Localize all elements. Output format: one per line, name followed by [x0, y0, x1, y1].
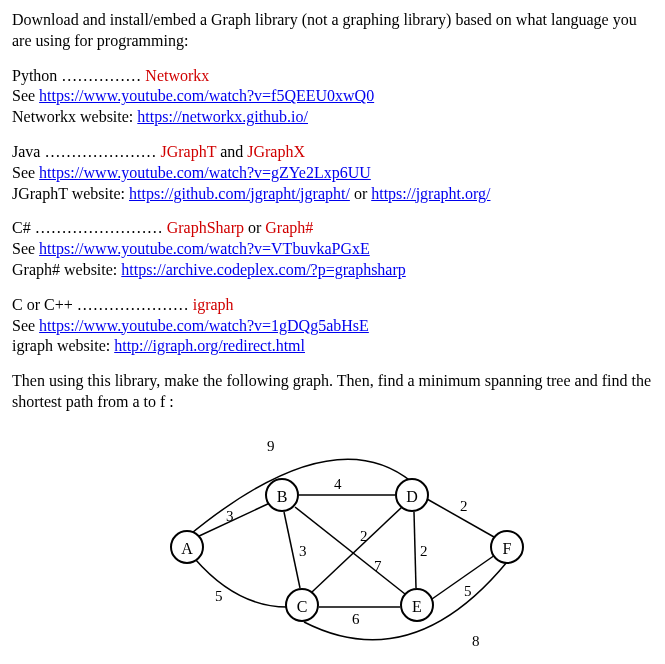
ccpp-lang: C or C++ — [12, 296, 73, 313]
weight-cd: 7 — [374, 557, 382, 577]
python-site-link[interactable]: https://networkx.github.io/ — [137, 108, 308, 125]
weight-be: 2 — [360, 527, 368, 547]
weight-ab: 3 — [226, 507, 234, 527]
weight-bc: 3 — [299, 542, 307, 562]
intro-text: Download and install/embed a Graph libra… — [12, 10, 653, 52]
node-c: C — [285, 588, 319, 622]
weight-ac: 5 — [215, 587, 223, 607]
csharp-lib1: GraphSharp — [167, 219, 244, 236]
python-block: Python …………… Networkx See https://www.yo… — [12, 66, 653, 128]
node-b: B — [265, 478, 299, 512]
dots: …………… — [57, 67, 145, 84]
java-site1-link[interactable]: https://github.com/jgrapht/jgrapht/ — [129, 185, 350, 202]
weight-ce: 6 — [352, 610, 360, 630]
weight-bd: 4 — [334, 475, 342, 495]
dots: ………………… — [73, 296, 193, 313]
node-e: E — [400, 588, 434, 622]
python-site-label: Networkx website: — [12, 108, 137, 125]
python-video-link[interactable]: https://www.youtube.com/watch?v=f5QEEU0x… — [39, 87, 374, 104]
node-f: F — [490, 530, 524, 564]
ccpp-lib: igraph — [193, 296, 234, 313]
java-site2-link[interactable]: https://jgrapht.org/ — [371, 185, 490, 202]
task-text: Then using this library, make the follow… — [12, 371, 653, 413]
csharp-lib2: Graph# — [265, 219, 313, 236]
ccpp-video-link[interactable]: https://www.youtube.com/watch?v=1gDQg5ab… — [39, 317, 369, 334]
java-video-link[interactable]: https://www.youtube.com/watch?v=gZYe2Lxp… — [39, 164, 371, 181]
csharp-block: C# …………………… GraphSharp or Graph# See htt… — [12, 218, 653, 280]
java-lib1: JGraphT — [160, 143, 216, 160]
csharp-site-label: Graph# website: — [12, 261, 121, 278]
see-label: See — [12, 317, 39, 334]
java-site-label: JGraphT website: — [12, 185, 129, 202]
python-lib: Networkx — [145, 67, 209, 84]
see-label: See — [12, 240, 39, 257]
weight-ad: 9 — [267, 437, 275, 457]
dots: ………………… — [40, 143, 160, 160]
node-d: D — [395, 478, 429, 512]
ccpp-block: C or C++ ………………… igraph See https://www.… — [12, 295, 653, 357]
ccpp-site-label: igraph website: — [12, 337, 114, 354]
weight-df: 2 — [460, 497, 468, 517]
java-lang: Java — [12, 143, 40, 160]
graph-edges — [12, 427, 652, 657]
csharp-site-link[interactable]: https://archive.codeplex.com/?p=graphsha… — [121, 261, 405, 278]
or-text: or — [244, 219, 265, 236]
graph-diagram: A B C D E F 9 3 5 4 3 2 7 6 2 2 5 8 — [12, 427, 652, 657]
csharp-lang: C# — [12, 219, 31, 236]
and-text: and — [216, 143, 247, 160]
ccpp-site-link[interactable]: http://igraph.org/redirect.html — [114, 337, 305, 354]
java-block: Java ………………… JGraphT and JGraphX See htt… — [12, 142, 653, 204]
weight-ef: 5 — [464, 582, 472, 602]
weight-cf: 8 — [472, 632, 480, 652]
or-text: or — [350, 185, 371, 202]
python-lang: Python — [12, 67, 57, 84]
java-lib2: JGraphX — [247, 143, 305, 160]
see-label: See — [12, 164, 39, 181]
weight-de: 2 — [420, 542, 428, 562]
node-a: A — [170, 530, 204, 564]
csharp-video-link[interactable]: https://www.youtube.com/watch?v=VTbuvkaP… — [39, 240, 370, 257]
see-label: See — [12, 87, 39, 104]
dots: …………………… — [31, 219, 167, 236]
